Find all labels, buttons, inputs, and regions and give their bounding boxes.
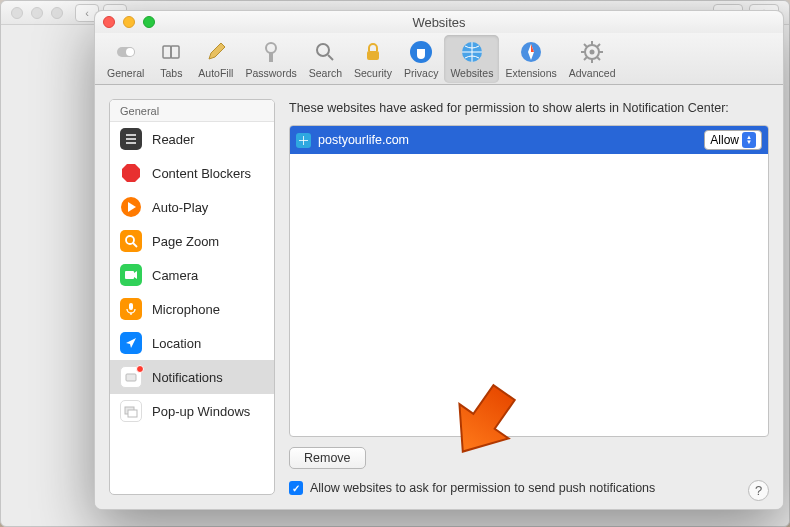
toolbar-general[interactable]: General: [101, 35, 150, 83]
sidebar-item-microphone[interactable]: Microphone: [110, 292, 274, 326]
location-icon: [120, 332, 142, 354]
svg-rect-3: [171, 46, 179, 58]
toolbar-privacy[interactable]: Privacy: [398, 35, 444, 83]
toolbar-extensions[interactable]: Extensions: [499, 35, 562, 83]
toolbar-autofill[interactable]: AutoFill: [192, 35, 239, 83]
main-panel: These websites have asked for permission…: [289, 99, 769, 495]
pencil-icon: [203, 39, 229, 65]
main-description: These websites have asked for permission…: [289, 99, 769, 115]
svg-line-7: [328, 55, 333, 60]
microphone-icon: [120, 298, 142, 320]
toolbar-label: Privacy: [404, 67, 438, 79]
svg-marker-25: [122, 164, 140, 182]
sidebar-item-camera[interactable]: Camera: [110, 258, 274, 292]
window-title: Websites: [95, 15, 783, 30]
sidebar-item-auto-play[interactable]: Auto-Play: [110, 190, 274, 224]
sidebar-item-popup-windows[interactable]: Pop-up Windows: [110, 394, 274, 428]
reader-icon: [120, 128, 142, 150]
svg-point-28: [126, 236, 134, 244]
content-area: General Reader Content Blockers Auto-Pla…: [95, 85, 783, 509]
zoom-icon: [120, 230, 142, 252]
maximize-icon[interactable]: [143, 16, 155, 28]
svg-line-18: [584, 44, 587, 47]
minimize-icon[interactable]: [123, 16, 135, 28]
checkbox-icon[interactable]: ✓: [289, 481, 303, 495]
svg-point-13: [590, 49, 595, 54]
sidebar-item-label: Auto-Play: [152, 200, 208, 215]
toolbar-label: Tabs: [160, 67, 182, 79]
sidebar: General Reader Content Blockers Auto-Pla…: [109, 99, 275, 495]
toolbar-label: General: [107, 67, 144, 79]
checkbox-label: Allow websites to ask for permission to …: [310, 481, 655, 495]
svg-rect-8: [367, 51, 379, 60]
svg-rect-2: [163, 46, 171, 58]
close-icon[interactable]: [103, 16, 115, 28]
toolbar-passwords[interactable]: Passwords: [239, 35, 302, 83]
svg-point-1: [126, 48, 134, 56]
switch-icon: [113, 39, 139, 65]
svg-rect-32: [129, 303, 133, 310]
remove-button[interactable]: Remove: [289, 447, 366, 469]
play-icon: [120, 196, 142, 218]
key-icon: [258, 39, 284, 65]
gear-icon: [579, 39, 605, 65]
toolbar-security[interactable]: Security: [348, 35, 398, 83]
lock-icon: [360, 39, 386, 65]
toolbar-search[interactable]: Search: [303, 35, 348, 83]
sidebar-item-label: Reader: [152, 132, 195, 147]
prefs-titlebar: Websites: [95, 11, 783, 33]
help-button[interactable]: ?: [748, 480, 769, 501]
website-domain: postyourlife.com: [318, 133, 409, 147]
svg-marker-31: [134, 271, 137, 279]
sidebar-item-label: Content Blockers: [152, 166, 251, 181]
svg-line-29: [133, 243, 137, 247]
svg-rect-35: [126, 374, 136, 381]
tabs-icon: [158, 39, 184, 65]
svg-marker-34: [126, 338, 136, 348]
svg-line-19: [597, 57, 600, 60]
browser-max-icon: [51, 7, 63, 19]
toolbar-label: Websites: [450, 67, 493, 79]
toolbar-label: Security: [354, 67, 392, 79]
toolbar-websites[interactable]: Websites: [444, 35, 499, 83]
website-favicon-icon: [296, 133, 311, 148]
sidebar-item-label: Pop-up Windows: [152, 404, 250, 419]
compass-icon: [518, 39, 544, 65]
sidebar-item-label: Camera: [152, 268, 198, 283]
sidebar-item-location[interactable]: Location: [110, 326, 274, 360]
notification-badge-icon: [136, 365, 144, 373]
sidebar-item-label: Notifications: [152, 370, 223, 385]
permission-dropdown[interactable]: Allow ▲▼: [704, 130, 762, 150]
toolbar-label: Extensions: [505, 67, 556, 79]
permission-value: Allow: [710, 133, 739, 147]
sidebar-item-label: Microphone: [152, 302, 220, 317]
svg-point-4: [266, 43, 276, 53]
svg-rect-37: [128, 410, 137, 417]
sidebar-item-label: Page Zoom: [152, 234, 219, 249]
svg-rect-30: [125, 271, 134, 279]
prefs-toolbar: General Tabs AutoFill Passwords Search: [95, 33, 783, 85]
sidebar-item-notifications[interactable]: Notifications: [110, 360, 274, 394]
svg-point-6: [317, 44, 329, 56]
browser-min-icon: [31, 7, 43, 19]
sidebar-header: General: [110, 100, 274, 122]
browser-close-icon: [11, 7, 23, 19]
preferences-window: Websites General Tabs AutoFill Passwords: [94, 10, 784, 510]
toolbar-label: Search: [309, 67, 342, 79]
svg-rect-5: [269, 52, 273, 62]
allow-ask-checkbox-row[interactable]: ✓ Allow websites to ask for permission t…: [289, 481, 769, 495]
website-row[interactable]: postyourlife.com Allow ▲▼: [290, 126, 768, 154]
sidebar-item-content-blockers[interactable]: Content Blockers: [110, 156, 274, 190]
chevron-up-down-icon: ▲▼: [742, 132, 756, 148]
website-list[interactable]: postyourlife.com Allow ▲▼: [289, 125, 769, 437]
toolbar-label: AutoFill: [198, 67, 233, 79]
bottom-controls: Remove ✓ Allow websites to ask for permi…: [289, 447, 769, 495]
toolbar-advanced[interactable]: Advanced: [563, 35, 622, 83]
hand-icon: [408, 39, 434, 65]
camera-icon: [120, 264, 142, 286]
search-icon: [312, 39, 338, 65]
popup-icon: [120, 400, 142, 422]
sidebar-item-reader[interactable]: Reader: [110, 122, 274, 156]
sidebar-item-page-zoom[interactable]: Page Zoom: [110, 224, 274, 258]
toolbar-tabs[interactable]: Tabs: [150, 35, 192, 83]
